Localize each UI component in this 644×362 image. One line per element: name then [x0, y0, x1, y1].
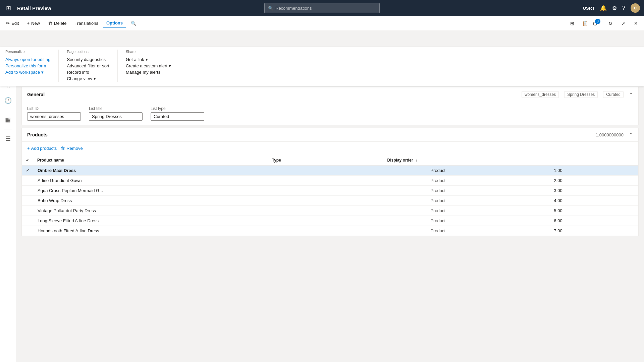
table-row[interactable]: Boho Wrap DressProduct4.00	[22, 196, 638, 206]
fullscreen-button[interactable]: ⤢	[618, 18, 629, 29]
personalize-title: Personalize	[5, 50, 50, 54]
record-info-link[interactable]: Record info	[67, 69, 109, 75]
personalize-group: Personalize Always open for editing Pers…	[5, 50, 59, 82]
sidebar-item-workspaces[interactable]: ▦	[1, 113, 15, 126]
product-name-cell: Aqua Cross-Peplum Mermaid G...	[34, 186, 426, 196]
office-button[interactable]: 📋	[580, 18, 590, 29]
general-tag-listid: womens_dresses	[522, 91, 559, 98]
toolbar-container: ✏ Edit + New 🗑 Delete Translations Optio…	[0, 16, 644, 31]
add-products-button[interactable]: + Add products	[27, 145, 57, 152]
row-check[interactable]	[22, 226, 34, 236]
table-row[interactable]: ✓Ombre Maxi DressProduct1.00	[22, 166, 638, 176]
sidebar-item-recent[interactable]: 🕐	[1, 94, 15, 107]
product-type-cell: Product	[426, 196, 550, 206]
table-row[interactable]: Aqua Cross-Peplum Mermaid G...Product3.0…	[22, 186, 638, 196]
close-button[interactable]: ✕	[631, 18, 641, 29]
advanced-filter-link[interactable]: Advanced filter or sort	[67, 63, 109, 69]
waffle-icon[interactable]: ⊞	[4, 2, 13, 14]
products-card-header[interactable]: Products 1.0000000000 ⌃	[22, 128, 638, 142]
remove-button[interactable]: 🗑 Remove	[61, 145, 83, 152]
list-type-value[interactable]: Curated	[151, 112, 204, 121]
select-all-header[interactable]: ✓	[22, 155, 33, 166]
sidebar-divider-2	[4, 129, 12, 129]
list-type-field: List type Curated	[151, 106, 204, 121]
options-menu: Personalize Always open for editing Pers…	[0, 47, 644, 86]
display-order-header[interactable]: Display order ↑	[383, 155, 638, 166]
new-icon: +	[27, 21, 30, 26]
row-check[interactable]	[22, 196, 34, 206]
notification-badge: 0	[595, 19, 600, 24]
type-header[interactable]: Type	[268, 155, 383, 166]
get-link-link[interactable]: Get a link ▾	[126, 56, 171, 63]
products-table: ✓ Product name Type Display order ↑	[22, 155, 638, 166]
create-custom-alert-link[interactable]: Create a custom alert ▾	[126, 63, 171, 69]
edit-label: Edit	[11, 21, 19, 26]
row-check[interactable]	[22, 186, 34, 196]
badge-button[interactable]: ⬡ 0	[592, 18, 603, 29]
arrow-down-icon: ▾	[41, 70, 44, 75]
list-title-value[interactable]: Spring Dresses	[89, 112, 143, 121]
personalize-form-link[interactable]: Personalize this form	[5, 63, 50, 69]
table-row[interactable]: Vintage Polka-dot Party DressProduct5.00	[22, 206, 638, 216]
arrow-down-icon-2: ▾	[94, 76, 96, 81]
row-check[interactable]	[22, 216, 34, 226]
table-row[interactable]: Houndstooth Fitted A-line DressProduct7.…	[22, 226, 638, 236]
notification-button[interactable]: 🔔	[600, 5, 607, 11]
list-id-value[interactable]: womens_dresses	[27, 112, 81, 121]
table-header-row: ✓ Product name Type Display order ↑	[22, 155, 638, 166]
avatar[interactable]: U	[631, 3, 640, 13]
products-count: 1.0000000000	[596, 132, 624, 137]
display-order-cell: 6.00	[550, 216, 638, 226]
options-label: Options	[106, 20, 123, 25]
general-card-title: General	[27, 92, 45, 97]
always-open-editing-link[interactable]: Always open for editing	[5, 56, 50, 63]
new-label: New	[31, 21, 40, 26]
list-id-field: List ID womens_dresses	[27, 106, 81, 121]
share-title: Share	[126, 50, 171, 54]
security-diagnostics-link[interactable]: Security diagnostics	[67, 56, 109, 63]
product-name-cell: Houndstooth Fitted A-line Dress	[34, 226, 426, 236]
display-order-cell: 7.00	[550, 226, 638, 236]
arrow-down-icon-4: ▾	[169, 63, 171, 68]
options-button[interactable]: Options	[103, 18, 126, 28]
settings-button[interactable]: ⚙	[612, 5, 617, 11]
list-title-label: List title	[89, 106, 143, 111]
general-tag-title: Spring Dresses	[564, 91, 598, 98]
general-card-header[interactable]: General womens_dresses Spring Dresses Cu…	[22, 87, 638, 102]
translations-button[interactable]: Translations	[71, 19, 102, 28]
manage-alerts-link[interactable]: Manage my alerts	[126, 69, 171, 75]
products-table-body: ✓Ombre Maxi DressProduct1.00A-line Grand…	[22, 166, 638, 236]
search-input[interactable]	[275, 6, 376, 11]
row-check[interactable]	[22, 206, 34, 216]
product-type-cell: Product	[426, 176, 550, 186]
products-table-scroll[interactable]: ✓Ombre Maxi DressProduct1.00A-line Grand…	[22, 166, 638, 236]
code-view-button[interactable]: ⊞	[567, 18, 578, 29]
search-filter-button[interactable]: 🔍	[127, 19, 140, 28]
general-chevron-icon: ⌃	[629, 92, 633, 97]
help-button[interactable]: ?	[622, 5, 625, 11]
refresh-button[interactable]: ↻	[605, 18, 616, 29]
search-filter-icon: 🔍	[131, 21, 136, 26]
product-type-cell: Product	[426, 186, 550, 196]
new-button[interactable]: + New	[23, 19, 43, 28]
add-icon: +	[27, 146, 30, 151]
display-order-cell: 2.00	[550, 176, 638, 186]
add-to-workspace-link[interactable]: Add to workspace ▾	[5, 69, 50, 75]
display-order-cell: 3.00	[550, 186, 638, 196]
global-search[interactable]: 🔍	[264, 3, 380, 13]
delete-label: Delete	[54, 21, 67, 26]
edit-button[interactable]: ✏ Edit	[3, 19, 22, 28]
table-row[interactable]: Long Sleeve Fitted A-line DressProduct6.…	[22, 216, 638, 226]
delete-button[interactable]: 🗑 Delete	[45, 19, 70, 28]
table-row[interactable]: A-line Grandient GownProduct2.00	[22, 176, 638, 186]
sidebar-item-list[interactable]: ☰	[1, 132, 15, 145]
products-section-card: Products 1.0000000000 ⌃ + Add products 🗑…	[21, 128, 639, 236]
row-check[interactable]: ✓	[22, 166, 34, 176]
toolbar: ✏ Edit + New 🗑 Delete Translations Optio…	[0, 16, 644, 31]
top-nav-bar: ⊞ Retail Preview 🔍 USRT 🔔 ⚙ ? U	[0, 0, 644, 16]
change-view-link[interactable]: Change view ▾	[67, 75, 109, 82]
product-name-header[interactable]: Product name	[33, 155, 268, 166]
app-title: Retail Preview	[17, 5, 51, 11]
list-id-label: List ID	[27, 106, 81, 111]
row-check[interactable]	[22, 176, 34, 186]
